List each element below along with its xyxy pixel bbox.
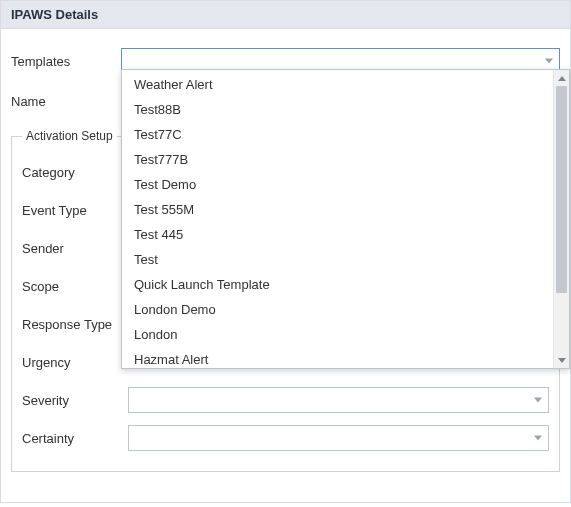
ipaws-details-panel: IPAWS Details Templates Weather Alert Te… xyxy=(0,0,571,503)
severity-row: Severity xyxy=(22,381,549,419)
scroll-thumb[interactable] xyxy=(556,86,567,293)
chevron-up-icon xyxy=(558,76,566,81)
name-label: Name xyxy=(11,90,121,113)
certainty-select[interactable] xyxy=(128,425,549,451)
scroll-track[interactable] xyxy=(554,86,569,352)
dropdown-scrollbar[interactable] xyxy=(553,70,569,368)
templates-option[interactable]: Test77C xyxy=(122,122,553,147)
scope-label: Scope xyxy=(22,275,128,298)
severity-label: Severity xyxy=(22,389,128,412)
panel-title: IPAWS Details xyxy=(1,1,570,29)
event-type-label: Event Type xyxy=(22,199,128,222)
activation-setup-legend: Activation Setup xyxy=(22,129,117,143)
templates-option[interactable]: Test 445 xyxy=(122,222,553,247)
templates-option[interactable]: Test777B xyxy=(122,147,553,172)
urgency-label: Urgency xyxy=(22,351,128,374)
scroll-down-button[interactable] xyxy=(554,352,569,368)
scroll-up-button[interactable] xyxy=(554,70,569,86)
panel-body: Templates Weather Alert Test88B Test77C … xyxy=(1,29,570,502)
templates-dropdown: Weather Alert Test88B Test77C Test777B T… xyxy=(121,69,570,369)
templates-option[interactable]: London Demo xyxy=(122,297,553,322)
templates-option[interactable]: Test Demo xyxy=(122,172,553,197)
templates-option[interactable]: Test 555M xyxy=(122,197,553,222)
chevron-down-icon xyxy=(534,436,542,441)
templates-dropdown-list: Weather Alert Test88B Test77C Test777B T… xyxy=(122,70,553,368)
templates-option[interactable]: Test88B xyxy=(122,97,553,122)
templates-option[interactable]: Quick Launch Template xyxy=(122,272,553,297)
certainty-label: Certainty xyxy=(22,427,128,450)
severity-select[interactable] xyxy=(128,387,549,413)
templates-option[interactable]: Weather Alert xyxy=(122,72,553,97)
response-type-label: Response Type xyxy=(22,313,128,336)
sender-label: Sender xyxy=(22,237,128,260)
chevron-down-icon xyxy=(558,358,566,363)
chevron-down-icon xyxy=(545,59,553,64)
templates-label: Templates xyxy=(11,50,121,73)
certainty-row: Certainty xyxy=(22,419,549,457)
templates-option[interactable]: London xyxy=(122,322,553,347)
templates-option[interactable]: Test xyxy=(122,247,553,272)
templates-option[interactable]: Hazmat Alert xyxy=(122,347,553,368)
category-label: Category xyxy=(22,161,128,184)
chevron-down-icon xyxy=(534,398,542,403)
